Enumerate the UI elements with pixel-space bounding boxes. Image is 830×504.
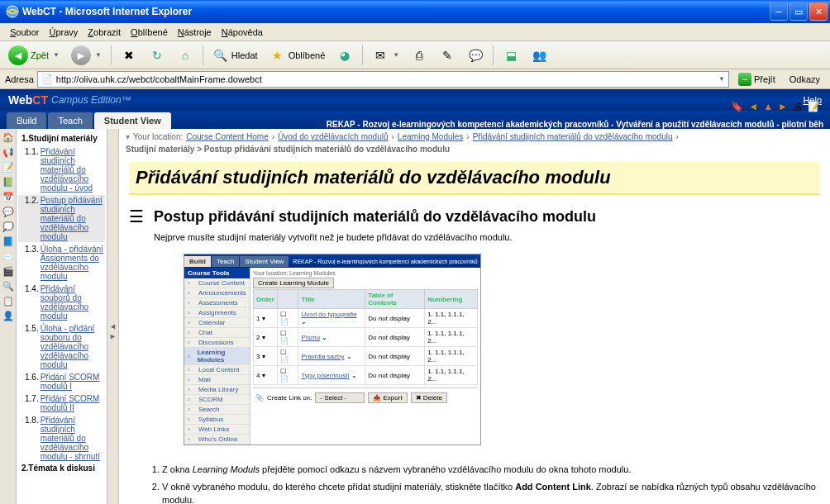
embedded-screenshot: Build Teach Student View REKAP - Rozvoj … (184, 254, 481, 445)
address-input[interactable]: 📄 http://oliva.uhk.cz/webct/cobaltMainFr… (37, 71, 729, 88)
breadcrumb: ▾ Your location: Course Content Home › Ú… (126, 132, 823, 154)
tab-teach[interactable]: Teach (48, 112, 92, 129)
extra-button-1[interactable]: ⬓ (498, 44, 524, 67)
splitter[interactable]: ◄ ► (107, 129, 119, 504)
embed-side-item: ▫Who's Online (184, 435, 250, 445)
window-title: WebCT - Microsoft Internet Explorer (22, 6, 768, 17)
strip-assess-icon[interactable]: 📝 (2, 160, 15, 174)
history-button[interactable]: ◕ (332, 44, 358, 67)
forward-icon: ► (71, 45, 91, 65)
strip-media-icon[interactable]: 🎬 (2, 264, 15, 278)
chevron-down-icon[interactable]: ▼ (718, 75, 725, 83)
strip-announce-icon[interactable]: 📢 (2, 145, 15, 159)
home-button[interactable]: ⌂ (172, 44, 198, 67)
sidebar-item[interactable]: 1.5.Úloha - přidání souboru do vzdělávac… (18, 323, 105, 370)
mail-button[interactable]: ✉▼ (367, 44, 404, 67)
discuss-button[interactable]: 💬 (462, 44, 489, 67)
page-title: Přidávání studijních materiálů do vzdělá… (129, 162, 820, 195)
embed-side-item: ▫Assessments (184, 298, 250, 308)
embed-side-item: ▫Discussions (184, 338, 250, 348)
main-area: 🏠 📢 📝 📗 📅 💬 💭 📘 ✉️ 🎬 🔍 📋 👤 1.Studijní ma… (0, 129, 830, 504)
icon-strip: 🏠 📢 📝 📗 📅 💬 💭 📘 ✉️ 🎬 🔍 📋 👤 (0, 129, 17, 504)
strip-learning-icon[interactable]: 📘 (2, 235, 15, 248)
go-icon: → (738, 73, 751, 86)
window-titlebar: WebCT - Microsoft Internet Explorer ─ ▭ … (0, 0, 830, 23)
history-icon: ◕ (336, 47, 353, 64)
menu-item[interactable]: Oblíbené (126, 26, 173, 39)
close-button[interactable]: ✕ (809, 2, 828, 21)
minimize-button[interactable]: ─ (770, 2, 788, 21)
sidebar-item[interactable]: 1.4.Přidávání souborů do vzdělávacího mo… (18, 283, 105, 321)
strip-discuss-icon[interactable]: 💭 (2, 220, 15, 233)
bc-link[interactable]: Přidávání studijních materiálů do vzdělá… (473, 132, 673, 141)
search-button[interactable]: 🔍Hledat (208, 44, 263, 67)
sidebar: 1.Studijní materiály 1.1.Přidávání studi… (17, 129, 107, 504)
strip-mail-icon[interactable]: ✉️ (2, 250, 15, 263)
embed-side-item: ▫Local Content (184, 365, 250, 375)
maximize-button[interactable]: ▭ (789, 2, 808, 21)
mail-icon: ✉ (372, 47, 389, 64)
embed-side-item: ▫Media Library (184, 385, 250, 395)
favorites-button[interactable]: ★Oblíbené (265, 44, 331, 67)
people-icon: 👥 (531, 47, 547, 64)
menu-item[interactable]: Nápověda (217, 26, 268, 39)
links-label[interactable]: Odkazy (785, 74, 825, 84)
menu-item[interactable]: Zobrazit (83, 26, 126, 39)
chevron-right-icon: ► (109, 332, 117, 340)
strip-assign-icon[interactable]: 📗 (2, 175, 15, 188)
embed-side-item: ▫Web Links (184, 425, 250, 435)
chevron-left-icon: ◄ (109, 322, 117, 330)
back-icon: ◄ (8, 45, 28, 65)
tab-student-view[interactable]: Student View (94, 112, 171, 129)
menu-item[interactable]: Úpravy (44, 26, 83, 39)
embed-create-button: Create Learning Module (253, 278, 334, 288)
intro-text: Nejprve musíte studijní materiály vytvoř… (154, 232, 820, 242)
instruction-item: Z okna Learning Moduls přejděte pomocí o… (162, 464, 820, 476)
instructions-list: Z okna Learning Moduls přejděte pomocí o… (162, 464, 820, 504)
sidebar-item[interactable]: 1.2.Postup přidávání studijních materiál… (18, 195, 105, 242)
sidebar-item[interactable]: 1.6.Přidání SCORM modulů I (18, 372, 105, 392)
strip-search-icon[interactable]: 🔍 (2, 279, 15, 292)
extra-button-2[interactable]: 👥 (526, 44, 552, 67)
chevron-down-icon: ▼ (95, 51, 102, 59)
webct-tabrow: Build Teach Student View REKAP - Rozvoj … (0, 111, 830, 129)
paragraph-icon: ☰ (129, 208, 144, 225)
section-heading: Postup přidávání studijních materiálů do… (154, 208, 820, 226)
chevron-down-icon[interactable]: ▾ (126, 132, 130, 141)
chevron-down-icon: ▼ (53, 51, 60, 59)
back-button[interactable]: ◄ Zpět ▼ (3, 42, 64, 69)
embed-tab-teach: Teach (212, 256, 239, 267)
ie-icon (6, 5, 19, 18)
embed-table-row: 1 ▾☐ 📄Úvod do typografie ⌄Do not display… (254, 309, 478, 328)
strip-calendar-icon[interactable]: 📅 (2, 190, 15, 203)
strip-syllabus-icon[interactable]: 📋 (2, 294, 15, 307)
embed-table: OrderTitleTable of ContentsNumbering 1 ▾… (253, 289, 478, 385)
go-button[interactable]: → Přejít (732, 70, 781, 88)
embed-table-row: 4 ▾☐ 📄Typy písemností ⌄Do not display1. … (254, 366, 478, 385)
print-icon: ⎙ (411, 47, 427, 64)
bc-link[interactable]: Úvod do vzdělávacích modulů (278, 132, 388, 141)
print-button[interactable]: ⎙ (406, 44, 432, 67)
strip-chat-icon[interactable]: 💬 (2, 205, 15, 218)
stop-button[interactable]: ✖ (116, 44, 142, 67)
sidebar-item[interactable]: 1.8.Přidávání studijních materiálů do vz… (18, 415, 105, 462)
instruction-item: V okně vybraného modulu, do kterého chce… (162, 481, 820, 504)
browser-toolbar: ◄ Zpět ▼ ► ▼ ✖ ↻ ⌂ 🔍Hledat ★Oblíbené ◕ ✉… (0, 41, 830, 69)
sidebar-item[interactable]: 1.7.Přidání SCORM modulů II (18, 393, 105, 413)
bc-link[interactable]: Course Content Home (186, 132, 269, 141)
bc-link[interactable]: Learning Modules (398, 132, 464, 141)
edit-button[interactable]: ✎ (434, 44, 460, 67)
menu-item[interactable]: Nástroje (173, 26, 217, 39)
embed-side-item: ▫Course Content (184, 278, 250, 288)
sidebar-item[interactable]: 1.1.Přidávání studijních materiálů do vz… (18, 146, 105, 193)
strip-who-icon[interactable]: 👤 (2, 309, 15, 322)
embed-tab-student: Student View (240, 256, 289, 267)
forward-button[interactable]: ► ▼ (66, 42, 107, 69)
tab-build[interactable]: Build (7, 112, 46, 129)
strip-home-icon[interactable]: 🏠 (2, 131, 15, 144)
menu-item[interactable]: Soubor (5, 26, 44, 39)
embed-side-item: ▫Learning Modules (184, 348, 250, 365)
refresh-button[interactable]: ↻ (144, 44, 170, 67)
address-bar: Adresa 📄 http://oliva.uhk.cz/webct/cobal… (0, 69, 830, 89)
sidebar-item[interactable]: 1.3.Úloha - přidávání Assignments do vzd… (18, 244, 105, 282)
